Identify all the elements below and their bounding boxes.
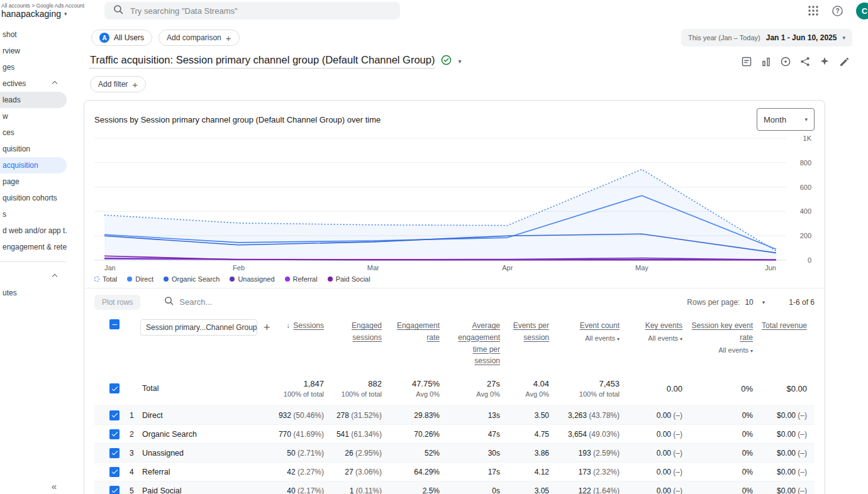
apps-grid-icon[interactable]	[808, 5, 819, 16]
sidebar-item[interactable]: shot	[0, 26, 67, 43]
legend-swatch-icon	[94, 277, 99, 282]
report-header: Traffic acquisition: Session primary cha…	[84, 54, 868, 69]
svg-text:0: 0	[808, 256, 811, 264]
column-header[interactable]: Engagement rate	[389, 316, 447, 371]
rows-per-page-label: Rows per page:	[687, 298, 740, 307]
column-event-filter[interactable]: All events▾	[557, 334, 620, 342]
date-range-picker[interactable]: This year (Jan – Today) Jan 1 - Jun 10, …	[681, 29, 852, 47]
total-cell: 1,847100% of total	[276, 371, 331, 406]
metric-cell: $0.00 (–)	[760, 463, 815, 481]
column-header[interactable]: Session key event rateAll events▾	[690, 316, 760, 371]
sidebar-item[interactable]: rview	[0, 43, 67, 59]
chevron-up-icon[interactable]	[52, 274, 57, 279]
add-dimension-icon[interactable]: +	[264, 321, 270, 334]
row-checkbox[interactable]	[109, 410, 120, 420]
sidebar-item[interactable]: leads	[0, 92, 67, 108]
chevron-up-icon[interactable]	[52, 81, 57, 86]
metric-cell: 3,263 (43.78%)	[557, 406, 627, 425]
table-row[interactable]: 2Organic Search770 (41.69%)541 (61.34%)7…	[94, 425, 815, 444]
sidebar-item[interactable]: utes	[0, 285, 67, 301]
sidebar-item-label: ectives	[3, 79, 53, 88]
table-search[interactable]	[164, 296, 687, 308]
row-checkbox[interactable]	[109, 448, 120, 458]
column-header[interactable]: ↓ Sessions	[276, 316, 331, 371]
row-checkbox[interactable]	[109, 467, 120, 477]
sidebar-item[interactable]: page	[0, 173, 67, 190]
column-header[interactable]: Key eventsAll events▾	[627, 316, 690, 371]
saved-check-icon	[441, 55, 452, 68]
column-header[interactable]: Events per session	[508, 316, 557, 371]
sidebar-item[interactable]: w	[0, 108, 67, 124]
edit-pencil-icon[interactable]	[838, 55, 850, 68]
comparison-chart-icon[interactable]	[760, 55, 772, 68]
column-header[interactable]: Engaged sessions	[331, 316, 389, 371]
column-header[interactable]: Total revenue	[760, 316, 815, 371]
search-input[interactable]	[130, 6, 391, 16]
account-switcher[interactable]: hanapackaging ▾	[1, 9, 104, 19]
legend-item[interactable]: Total	[94, 275, 117, 283]
sidebar-item[interactable]: quisition	[0, 141, 67, 157]
collapse-sidebar-button[interactable]: «	[52, 481, 57, 491]
legend-item[interactable]: Unassigned	[230, 275, 274, 283]
column-event-filter[interactable]: All events▾	[690, 346, 753, 354]
report-options-caret[interactable]: ▾	[458, 58, 461, 65]
svg-text:Mar: Mar	[367, 264, 379, 272]
column-event-filter[interactable]: All events▾	[627, 334, 682, 342]
svg-text:Apr: Apr	[502, 264, 513, 272]
table-row[interactable]: 1Direct932 (50.46%)278 (31.52%)29.83%13s…	[94, 406, 815, 425]
sidebar-item[interactable]: ectives	[0, 75, 67, 92]
granularity-select[interactable]: Month ▾	[757, 108, 815, 131]
row-checkbox[interactable]	[109, 383, 120, 393]
channel-name: Unassigned	[142, 444, 276, 463]
all-users-segment-chip[interactable]: A All Users	[91, 30, 152, 46]
row-checkbox[interactable]	[109, 486, 120, 494]
metric-cell: 932 (50.46%)	[276, 406, 331, 425]
select-all-checkbox[interactable]	[109, 319, 120, 329]
add-comparison-chip[interactable]: Add comparison +	[159, 30, 239, 46]
share-icon[interactable]	[799, 55, 811, 68]
column-header[interactable]: Event countAll events▾	[557, 316, 627, 371]
legend-item[interactable]: Referral	[285, 275, 318, 283]
help-icon[interactable]: ?	[832, 5, 843, 17]
sidebar-item[interactable]: s	[0, 206, 67, 222]
sidebar-item[interactable]: engagement & rete...	[0, 239, 67, 255]
table-row[interactable]: 4Referral42 (2.27%)27 (3.06%)64.29%17s4.…	[94, 463, 815, 481]
metric-cell: 0.00 (–)	[627, 425, 690, 444]
plot-rows-button[interactable]: Plot rows	[94, 295, 140, 310]
row-checkbox[interactable]	[109, 429, 120, 439]
avatar[interactable]: C	[856, 3, 868, 19]
sidebar-item[interactable]	[0, 268, 67, 285]
metric-cell: 13s	[447, 406, 508, 425]
global-search[interactable]	[104, 2, 400, 19]
sidebar-item[interactable]: quisition cohorts	[0, 190, 67, 206]
breadcrumb[interactable]: All accounts > Google Ads Account	[1, 3, 104, 9]
rows-per-page-select[interactable]: 10 ▾	[745, 298, 765, 307]
legend-item[interactable]: Paid Social	[328, 275, 370, 283]
legend-item[interactable]: Direct	[127, 275, 153, 283]
metric-cell: 541 (61.34%)	[331, 425, 389, 444]
metric-cell: 193 (2.59%)	[557, 444, 627, 463]
metric-cell: 0%	[690, 481, 760, 494]
sidebar-item[interactable]: d web and/or app t...	[0, 222, 67, 239]
sidebar-item[interactable]: ces	[0, 124, 67, 141]
sidebar-item[interactable]: ges	[0, 59, 67, 75]
insights-icon[interactable]	[779, 55, 792, 68]
legend-label: Organic Search	[172, 275, 220, 283]
row-number: 5	[123, 481, 142, 494]
table-search-input[interactable]	[179, 297, 381, 307]
svg-text:1K: 1K	[803, 134, 812, 142]
add-filter-chip[interactable]: Add filter +	[90, 76, 146, 92]
svg-text:May: May	[635, 264, 648, 272]
table-row[interactable]: 3Unassigned50 (2.71%)26 (2.95%)52%30s3.8…	[94, 444, 815, 463]
metric-cell: 0s	[447, 481, 508, 494]
chevron-down-icon: ▾	[64, 11, 67, 17]
legend-item[interactable]: Organic Search	[164, 275, 220, 283]
column-header[interactable]: Average engagement time per session	[447, 316, 508, 371]
dimension-select[interactable]: Session primary...Channel Group) ▾	[140, 319, 257, 336]
annotations-icon[interactable]	[740, 55, 753, 68]
page-title: Traffic acquisition: Session primary cha…	[90, 54, 435, 69]
insights-sparkle-icon[interactable]	[818, 55, 831, 68]
add-filter-label: Add filter	[98, 80, 128, 89]
sidebar-item[interactable]: acquisition	[0, 157, 67, 173]
table-row[interactable]: 5Paid Social40 (2.17%)1 (0.11%)2.5%0s3.0…	[94, 481, 815, 494]
